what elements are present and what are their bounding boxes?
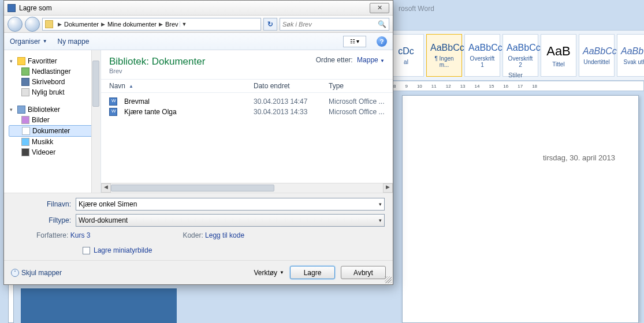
breadcrumb[interactable]: ▶ Dokumenter ▶ Mine dokumenter ▶ Brev ▼ bbox=[42, 18, 261, 31]
library-icon bbox=[17, 106, 25, 114]
documents-icon bbox=[22, 127, 30, 135]
chevron-right-icon[interactable]: ▶ bbox=[159, 21, 163, 27]
app-title: rosoft Word bbox=[399, 5, 434, 13]
chevron-down-icon[interactable]: ▼ bbox=[180, 21, 189, 27]
ruler[interactable]: 89101112131415161718 bbox=[390, 81, 644, 91]
styles-group-label: Stiler bbox=[387, 72, 644, 78]
thumbnail-label[interactable]: Lagre miniatyrbilde bbox=[94, 246, 152, 254]
sidebar-item-recent[interactable]: Nylig brukt bbox=[9, 87, 99, 97]
column-headers[interactable]: Navn ▲ Dato endret Type bbox=[101, 79, 393, 93]
back-button[interactable] bbox=[8, 17, 23, 32]
document-date-text: tirsdag, 30. april 2013 bbox=[543, 153, 615, 162]
sidebar-item-videos[interactable]: Videoer bbox=[9, 147, 99, 157]
forward-button[interactable] bbox=[25, 17, 40, 32]
new-folder-button[interactable]: Ny mappe bbox=[58, 37, 90, 46]
help-icon[interactable]: ? bbox=[377, 36, 387, 47]
library-subtitle: Brev bbox=[109, 67, 385, 74]
chevron-down-icon[interactable]: ▾ bbox=[379, 217, 382, 223]
folder-icon bbox=[45, 20, 53, 28]
chevron-down-icon: ▼ bbox=[280, 270, 284, 275]
dialog-title: Lagre som bbox=[19, 4, 370, 12]
tools-button[interactable]: Verktøy ▼ bbox=[254, 269, 284, 277]
navigation-bar: ▶ Dokumenter ▶ Mine dokumenter ▶ Brev ▼ … bbox=[4, 16, 393, 33]
sidebar-scrollbar[interactable] bbox=[91, 50, 100, 193]
resize-grip[interactable] bbox=[385, 276, 392, 283]
breadcrumb-part[interactable]: Dokumenter bbox=[64, 21, 99, 28]
hide-folders-button[interactable]: ˄ Skjul mapper bbox=[11, 269, 62, 277]
breadcrumb-part[interactable]: Mine dokumenter bbox=[107, 21, 157, 28]
chevron-up-icon: ˄ bbox=[11, 269, 19, 277]
word-document-icon bbox=[109, 108, 117, 116]
scrollbar-thumb[interactable] bbox=[92, 61, 99, 107]
word-document-icon bbox=[109, 97, 117, 106]
toolbar: Organiser ▼ Ny mappe ☷ ▾ ? bbox=[4, 33, 393, 50]
breadcrumb-part[interactable]: Brev bbox=[165, 21, 178, 28]
cancel-button[interactable]: Avbryt bbox=[341, 266, 386, 279]
music-icon bbox=[21, 138, 29, 146]
file-browser: Ordne etter: Mappe ▼ Bibliotek: Dokument… bbox=[101, 50, 393, 193]
style-normal[interactable]: cDcal bbox=[388, 34, 424, 77]
search-box[interactable]: 🔍 bbox=[280, 18, 389, 31]
sidebar-item-libraries[interactable]: ▾Biblioteker bbox=[9, 104, 99, 115]
document-page[interactable]: tirsdag, 30. april 2013 bbox=[402, 95, 639, 323]
dialog-footer: ˄ Skjul mapper Verktøy ▼ Lagre Avbryt bbox=[4, 260, 393, 284]
organize-button[interactable]: Organiser ▼ bbox=[10, 37, 47, 46]
background-area bbox=[21, 288, 177, 323]
sidebar-item-desktop[interactable]: Skrivebord bbox=[9, 77, 99, 87]
desktop-icon bbox=[21, 78, 29, 86]
star-icon bbox=[17, 57, 25, 65]
chevron-down-icon: ▼ bbox=[380, 58, 385, 63]
sidebar-item-favorites[interactable]: ▾Favoritter bbox=[9, 56, 99, 66]
style-heading1[interactable]: AaBbCcOverskrift 1 bbox=[464, 34, 500, 77]
style-emphasis[interactable]: AaBbCSvak uth bbox=[617, 34, 644, 77]
scroll-right-icon[interactable]: ▶ bbox=[383, 183, 393, 193]
sidebar-item-music[interactable]: Musikk bbox=[9, 137, 99, 147]
file-row[interactable]: Brevmal 30.04.2013 14:47 Microsoft Offic… bbox=[109, 96, 385, 107]
filetype-label: Filtype: bbox=[12, 216, 76, 224]
style-heading2[interactable]: AaBbCcOverskrift 2 bbox=[502, 34, 538, 77]
save-as-dialog: Lagre som ✕ ▶ Dokumenter ▶ Mine dokument… bbox=[3, 0, 393, 285]
view-mode-button[interactable]: ☷ ▾ bbox=[343, 36, 366, 47]
refresh-button[interactable]: ↻ bbox=[263, 18, 277, 31]
chevron-down-icon: ▼ bbox=[43, 39, 47, 44]
filename-label: Filnavn: bbox=[12, 200, 76, 208]
pictures-icon bbox=[21, 116, 29, 124]
chevron-down-icon[interactable]: ▾ bbox=[379, 201, 382, 207]
sort-asc-icon: ▲ bbox=[129, 84, 133, 89]
search-input[interactable] bbox=[282, 21, 378, 28]
video-icon bbox=[21, 148, 29, 156]
tags-field[interactable]: Legg til kode bbox=[205, 231, 244, 239]
close-button[interactable]: ✕ bbox=[370, 3, 389, 13]
filename-input[interactable]: Kjære onkel Simen ▾ bbox=[76, 198, 385, 211]
style-subtitle[interactable]: AaBbCc.Undertittel bbox=[579, 34, 615, 77]
style-nospace[interactable]: AaBbCcDc¶ Ingen m... bbox=[426, 34, 462, 77]
word-icon bbox=[8, 4, 16, 12]
search-icon[interactable]: 🔍 bbox=[378, 20, 386, 28]
chevron-right-icon[interactable]: ▶ bbox=[101, 21, 105, 27]
scrollbar-thumb[interactable] bbox=[111, 185, 274, 191]
recent-icon bbox=[21, 88, 29, 96]
sidebar-item-documents[interactable]: Dokumenter bbox=[9, 125, 99, 137]
save-button[interactable]: Lagre bbox=[290, 266, 335, 279]
scroll-left-icon[interactable]: ◀ bbox=[101, 183, 111, 193]
sidebar-item-downloads[interactable]: Nedlastinger bbox=[9, 66, 99, 77]
style-title[interactable]: AaBTittel bbox=[541, 34, 576, 77]
filetype-select[interactable]: Word-dokument ▾ bbox=[76, 214, 385, 227]
thumbnail-checkbox[interactable] bbox=[83, 247, 90, 254]
chevron-right-icon[interactable]: ▶ bbox=[58, 21, 62, 27]
sidebar-item-pictures[interactable]: Bilder bbox=[9, 115, 99, 125]
sidebar: ▾Favoritter Nedlastinger Skrivebord Nyli… bbox=[4, 50, 101, 193]
form-area: Filnavn: Kjære onkel Simen ▾ Filtype: Wo… bbox=[4, 193, 393, 260]
authors-field[interactable]: Kurs 3 bbox=[70, 231, 91, 239]
file-row[interactable]: Kjære tante Olga 30.04.2013 14:33 Micros… bbox=[109, 107, 385, 117]
download-icon bbox=[21, 67, 29, 76]
titlebar[interactable]: Lagre som ✕ bbox=[4, 1, 393, 16]
horizontal-scrollbar[interactable]: ◀ ▶ bbox=[101, 183, 393, 193]
sort-control[interactable]: Ordne etter: Mappe ▼ bbox=[316, 56, 385, 64]
